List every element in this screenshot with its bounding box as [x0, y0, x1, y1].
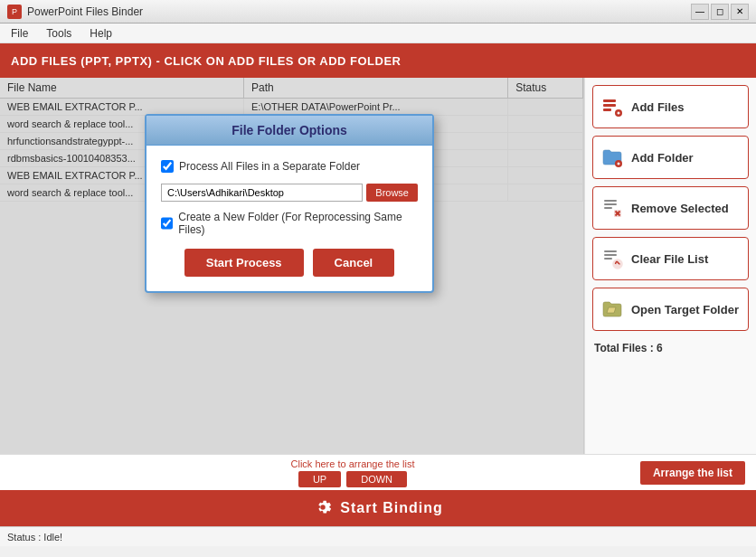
- new-folder-row: Create a New Folder (For Reprocessing Sa…: [161, 211, 418, 236]
- header-text: ADD FILES (PPT, PPTX) - CLICK ON ADD FIL…: [11, 54, 401, 68]
- start-process-button[interactable]: Start Process: [184, 249, 304, 277]
- title-bar-controls: — ◻ ✕: [691, 4, 749, 20]
- open-target-folder-button[interactable]: Open Target Folder: [592, 288, 749, 331]
- new-folder-label: Create a New Folder (For Reprocessing Sa…: [178, 211, 418, 236]
- clear-file-list-button[interactable]: Clear File List: [592, 237, 749, 280]
- modal-body: Process All Files in a Separate Folder B…: [146, 146, 432, 291]
- header-banner: ADD FILES (PPT, PPTX) - CLICK ON ADD FIL…: [0, 43, 756, 78]
- modal-overlay: File Folder Options Process All Files in…: [0, 78, 583, 454]
- svg-rect-11: [604, 207, 612, 209]
- status-bar: Status : Idle!: [0, 526, 756, 546]
- svg-rect-15: [604, 250, 617, 252]
- open-target-folder-label: Open Target Folder: [631, 303, 739, 316]
- close-button[interactable]: ✕: [731, 4, 749, 20]
- start-binding-label: Start Binding: [340, 500, 442, 516]
- file-folder-options-modal: File Folder Options Process All Files in…: [145, 114, 434, 293]
- cancel-button[interactable]: Cancel: [313, 249, 395, 277]
- svg-rect-0: [603, 99, 616, 102]
- process-files-label: Process All Files in a Separate Folder: [179, 160, 360, 173]
- open-target-folder-icon: [600, 297, 624, 321]
- remove-selected-button[interactable]: Remove Selected: [592, 186, 749, 230]
- remove-selected-label: Remove Selected: [631, 202, 729, 215]
- minimize-button[interactable]: —: [691, 4, 709, 20]
- add-files-icon: [600, 95, 624, 118]
- process-files-checkbox[interactable]: [161, 160, 174, 173]
- path-row: Browse: [161, 184, 418, 202]
- svg-rect-2: [603, 109, 611, 111]
- menu-help[interactable]: Help: [82, 25, 119, 42]
- add-files-label: Add Files: [631, 100, 685, 114]
- right-sidebar: Add Files Add Folder: [584, 78, 756, 454]
- gear-icon: [313, 497, 333, 520]
- menu-tools[interactable]: Tools: [39, 25, 79, 42]
- up-button[interactable]: UP: [298, 471, 341, 487]
- browse-button[interactable]: Browse: [366, 184, 418, 202]
- total-files: Total Files : 6: [592, 338, 749, 358]
- main-layout: File Name Path Status WEB EMAIL EXTRACTO…: [0, 78, 756, 454]
- title-bar: P PowerPoint Files Binder — ◻ ✕: [0, 0, 756, 24]
- down-button[interactable]: DOWN: [346, 471, 407, 487]
- file-list-area: File Name Path Status WEB EMAIL EXTRACTO…: [0, 78, 584, 454]
- status-text: Status : Idle!: [7, 532, 62, 543]
- app-icon: P: [7, 5, 22, 19]
- clear-file-list-label: Clear File List: [631, 252, 708, 266]
- svg-rect-16: [604, 254, 617, 256]
- arrange-bar: Click here to arrange the list UP DOWN A…: [0, 454, 756, 490]
- svg-point-18: [613, 260, 622, 269]
- app-title: PowerPoint Files Binder: [27, 5, 143, 18]
- add-files-button[interactable]: Add Files: [592, 85, 749, 128]
- svg-rect-9: [604, 200, 617, 202]
- restore-button[interactable]: ◻: [711, 4, 729, 20]
- modal-actions: Start Process Cancel: [161, 249, 418, 277]
- remove-selected-icon: [600, 196, 624, 220]
- svg-rect-10: [604, 203, 617, 205]
- arrange-label[interactable]: Click here to arrange the list: [291, 458, 415, 469]
- process-files-row: Process All Files in a Separate Folder: [161, 160, 418, 173]
- new-folder-checkbox[interactable]: [161, 217, 173, 230]
- svg-rect-1: [603, 104, 616, 107]
- binding-bar[interactable]: Start Binding: [0, 490, 756, 526]
- arrange-btns: UP DOWN: [298, 471, 407, 487]
- modal-title: File Folder Options: [146, 116, 432, 146]
- arrange-center: Click here to arrange the list UP DOWN: [291, 458, 415, 487]
- svg-rect-5: [618, 112, 619, 115]
- svg-rect-8: [618, 163, 619, 165]
- title-bar-left: P PowerPoint Files Binder: [7, 5, 143, 19]
- add-folder-icon: [600, 146, 624, 169]
- add-folder-label: Add Folder: [631, 151, 694, 165]
- menu-file[interactable]: File: [4, 25, 35, 42]
- add-folder-button[interactable]: Add Folder: [592, 136, 749, 179]
- arrange-the-list-button[interactable]: Arrange the list: [640, 461, 745, 485]
- clear-file-list-icon: [600, 247, 624, 270]
- path-input[interactable]: [161, 184, 363, 202]
- menu-bar: File Tools Help: [0, 24, 756, 43]
- svg-rect-17: [604, 258, 612, 260]
